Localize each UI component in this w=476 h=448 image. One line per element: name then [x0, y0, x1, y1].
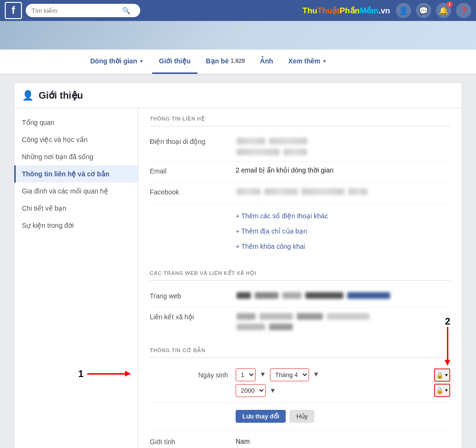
blurred-web-1 — [237, 292, 251, 299]
sidebar-item-chi-tiet[interactable]: Chi tiết về bạn — [14, 200, 138, 217]
notifications-icon[interactable]: 🔔 1 — [436, 3, 451, 18]
website-row: Trang web — [150, 286, 450, 307]
add-key-link[interactable]: + Thêm khóa công khai — [236, 239, 450, 254]
brand-mem: Mềm — [360, 6, 378, 15]
gender-label: Giới tính — [150, 437, 236, 446]
user-icon: 👤 — [22, 90, 34, 101]
action-buttons: Lưu thay đổi Hủy — [236, 407, 314, 426]
chevron-down-lock-1: ▼ — [445, 373, 449, 377]
annotation-2: 2 — [445, 316, 450, 365]
website-value — [236, 291, 450, 300]
social-link-row: Liên kết xã hội — [150, 307, 450, 336]
blurred-sl-4 — [327, 313, 370, 320]
blurred-fb-1 — [237, 188, 260, 195]
birthday-row: 1 Ngày sinh 1 — [150, 364, 450, 402]
phone-row: Điện thoại di động — [150, 132, 450, 162]
content-area: Tổng quan Công việc và học vấn Những nơi… — [14, 108, 462, 448]
search-bar[interactable]: 🔍 — [26, 4, 140, 17]
lock-icon-2: 🔒 — [436, 387, 444, 394]
brand-logo: ThuThuậtPhầnMềm.vn — [302, 6, 390, 16]
lock-buttons: 🔒 ▼ 🔒 ▼ — [434, 368, 450, 397]
basic-info-section: THÔNG TIN CƠ BẢN 1 Ngày sin — [150, 347, 450, 448]
blurred-phone-4 — [283, 149, 307, 155]
website-label: Trang web — [150, 291, 236, 300]
annotation-num-2: 2 — [445, 316, 450, 327]
blurred-phone-3 — [237, 149, 279, 155]
blurred-sl-5 — [237, 324, 265, 330]
add-address-link[interactable]: + Thêm địa chỉ của bạn — [236, 224, 450, 239]
social-link-label: Liên kết xã hội — [150, 312, 236, 321]
blurred-sl-2 — [259, 313, 293, 320]
arrow-1 — [87, 373, 130, 375]
blurred-fb-4 — [348, 188, 367, 195]
email-value: 2 email bị ẩn khỏi dòng thời gian — [236, 166, 450, 174]
sidebar-item-su-kien[interactable]: Sự kiện trong đời — [14, 217, 138, 234]
dropdown-arrow-year: ▼ — [268, 385, 278, 396]
birthday-controls: 1 ▼ Tháng 4 ▼ 2000 — [236, 368, 428, 397]
birthday-month-select[interactable]: Tháng 4 — [270, 368, 309, 381]
tab-anh[interactable]: Ảnh — [253, 50, 279, 74]
social-links-title: CÁC TRANG WEB VÀ LIÊN KẾT XÃ HỘI — [150, 270, 450, 281]
tab-gioi-thieu[interactable]: Giới thiệu — [152, 50, 197, 74]
birthday-day-month: 1 ▼ Tháng 4 ▼ — [236, 368, 428, 381]
facebook-row: Facebook — [150, 183, 450, 204]
blurred-web-4 — [305, 292, 343, 299]
top-navigation: f 🔍 ThuThuậtPhầnMềm.vn 👤 💬 🔔 1 ❓ — [0, 0, 476, 21]
section-header: 👤 Giới thiệu — [14, 83, 462, 108]
social-section: CÁC TRANG WEB VÀ LIÊN KẾT XÃ HỘI Trang w… — [150, 270, 450, 336]
email-row: Email 2 email bị ẩn khỏi dòng thời gian — [150, 162, 450, 183]
arrow-down — [447, 327, 448, 365]
blurred-sl-1 — [237, 313, 256, 320]
dropdown-arrow-day: ▼ — [258, 368, 268, 381]
lock-button-1[interactable]: 🔒 ▼ — [434, 368, 450, 382]
notification-badge: 1 — [446, 1, 453, 7]
sidebar-item-cong-viec[interactable]: Công việc và học vấn — [14, 131, 138, 148]
facebook-logo: f — [5, 2, 22, 19]
gender-value: Nam — [236, 438, 250, 445]
search-icon: 🔍 — [122, 7, 130, 14]
brand-phan: Phần — [340, 6, 360, 15]
chevron-down-icon-2: ▼ — [322, 59, 327, 64]
tab-dong-thoi-gian[interactable]: Dòng thời gian ▼ — [83, 50, 150, 74]
friends-count: 1.929 — [230, 58, 245, 64]
phone-label: Điện thoại di động — [150, 137, 236, 145]
contact-info-title: THÔNG TIN LIÊN HỆ — [150, 116, 450, 126]
blurred-web-5 — [347, 292, 390, 299]
dropdown-arrow-month: ▼ — [311, 368, 321, 381]
help-icon[interactable]: ❓ — [456, 3, 471, 18]
phone-value — [236, 137, 450, 156]
add-phone-row: + Thêm các số điện thoại khác + Thêm địa… — [150, 204, 450, 259]
cancel-button[interactable]: Hủy — [290, 410, 314, 423]
birthday-day-select[interactable]: 1 — [236, 368, 256, 381]
facebook-label: Facebook — [150, 187, 236, 196]
sidebar-item-thong-tin[interactable]: Thông tin liên hệ và cơ bản — [14, 165, 138, 183]
arrow-head-2 — [445, 360, 450, 366]
save-row: Lưu thay đổi Hủy — [150, 402, 450, 431]
email-label: Email — [150, 166, 236, 175]
lock-icon-1: 🔒 — [436, 372, 444, 379]
people-icon[interactable]: 👤 — [396, 3, 411, 18]
add-phone-link[interactable]: + Thêm các số điện thoại khác — [236, 208, 450, 224]
brand-vn: vn — [381, 6, 390, 15]
brand-thuat: Thuật — [317, 6, 340, 15]
chevron-down-icon: ▼ — [139, 59, 144, 64]
brand-thu: Thu — [302, 6, 317, 15]
basic-info-title: THÔNG TIN CƠ BẢN — [150, 347, 450, 358]
tab-xem-them[interactable]: Xem thêm ▼ — [282, 50, 334, 74]
annotation-num-1: 1 — [78, 368, 83, 379]
profile-tabs: Dòng thời gian ▼ Giới thiệu Bạn bè 1.929… — [83, 50, 333, 74]
page-title: Giới thiệu — [39, 90, 83, 101]
sidebar-item-tong-quan[interactable]: Tổng quan — [14, 114, 138, 131]
sidebar-item-gia-dinh[interactable]: Gia đình và các mối quan hệ — [14, 183, 138, 200]
sidebar-item-noi-song[interactable]: Những nơi bạn đã sống — [14, 148, 138, 165]
lock-button-2[interactable]: 🔒 ▼ — [434, 384, 450, 397]
save-button[interactable]: Lưu thay đổi — [236, 410, 286, 423]
birthday-year-select[interactable]: 2000 — [236, 384, 266, 397]
sidebar: Tổng quan Công việc và học vấn Những nơi… — [14, 108, 138, 448]
chevron-down-lock-2: ▼ — [445, 388, 449, 393]
tab-ban-be[interactable]: Bạn bè 1.929 — [199, 50, 252, 74]
blurred-sl-6 — [269, 324, 293, 330]
messenger-icon[interactable]: 💬 — [416, 3, 431, 18]
blurred-phone-2 — [269, 138, 307, 144]
search-input[interactable] — [31, 7, 122, 14]
